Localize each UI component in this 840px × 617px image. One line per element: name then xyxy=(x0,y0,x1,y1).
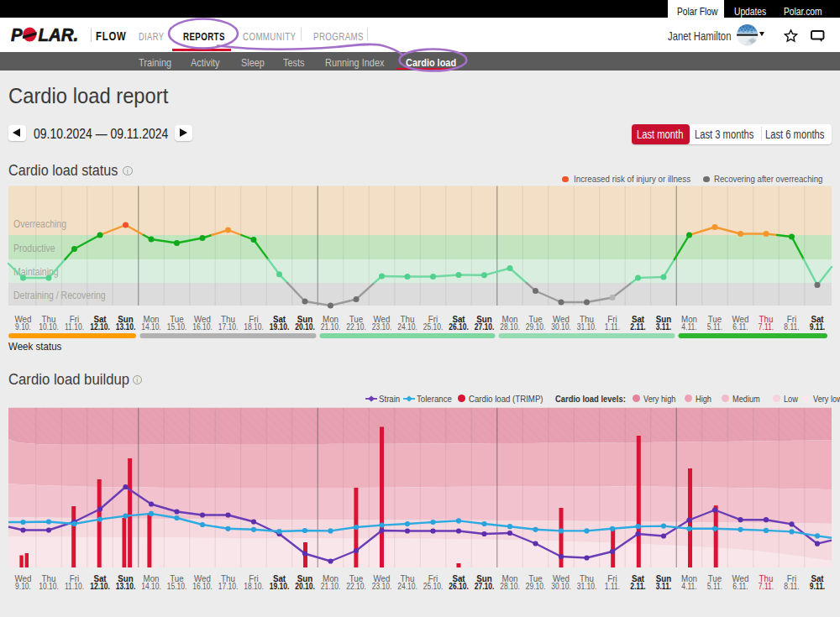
svg-text:10.10.: 10.10. xyxy=(39,322,59,332)
svg-text:7.11.: 7.11. xyxy=(759,581,774,592)
svg-text:22.10.: 22.10. xyxy=(346,581,366,592)
svg-text:7.11.: 7.11. xyxy=(759,322,774,332)
svg-text:15.10.: 15.10. xyxy=(167,322,187,332)
svg-text:1.11.: 1.11. xyxy=(605,581,620,592)
svg-text:21.10.: 21.10. xyxy=(321,322,341,332)
svg-text:30.10.: 30.10. xyxy=(551,322,571,332)
svg-text:14.10.: 14.10. xyxy=(141,581,161,592)
svg-text:12.10.: 12.10. xyxy=(90,322,110,332)
svg-text:18.10.: 18.10. xyxy=(244,581,264,592)
svg-text:29.10.: 29.10. xyxy=(526,322,546,332)
svg-text:6.11.: 6.11. xyxy=(732,322,748,332)
svg-text:Productive: Productive xyxy=(13,242,55,255)
svg-text:3.11.: 3.11. xyxy=(656,322,672,332)
svg-text:2.11.: 2.11. xyxy=(630,581,646,592)
svg-text:16.10.: 16.10. xyxy=(192,322,213,332)
svg-text:Overreaching: Overreaching xyxy=(13,217,66,231)
svg-text:27.10.: 27.10. xyxy=(475,322,495,332)
svg-text:28.10.: 28.10. xyxy=(500,581,520,592)
svg-text:9.11.: 9.11. xyxy=(810,322,826,332)
svg-text:18.10.: 18.10. xyxy=(244,322,264,332)
svg-text:28.10.: 28.10. xyxy=(500,322,520,332)
svg-text:11.10.: 11.10. xyxy=(65,322,84,332)
svg-text:9.11.: 9.11. xyxy=(810,581,826,592)
svg-text:22.10.: 22.10. xyxy=(346,322,366,332)
svg-text:5.11.: 5.11. xyxy=(707,581,722,592)
svg-text:11.10.: 11.10. xyxy=(65,581,84,592)
svg-text:20.10.: 20.10. xyxy=(295,581,315,592)
svg-text:14.10.: 14.10. xyxy=(141,322,161,332)
svg-text:9.10.: 9.10. xyxy=(15,322,31,332)
svg-text:19.10.: 19.10. xyxy=(270,322,290,332)
svg-text:6.11.: 6.11. xyxy=(732,581,748,592)
svg-text:24.10.: 24.10. xyxy=(397,581,417,592)
svg-text:Week status: Week status xyxy=(8,340,61,352)
svg-text:29.10.: 29.10. xyxy=(526,581,546,592)
svg-text:4.11.: 4.11. xyxy=(681,322,696,332)
svg-text:31.10.: 31.10. xyxy=(577,581,597,592)
svg-text:12.10.: 12.10. xyxy=(90,581,110,592)
svg-text:25.10.: 25.10. xyxy=(423,322,444,332)
svg-text:21.10.: 21.10. xyxy=(321,581,341,592)
svg-text:16.10.: 16.10. xyxy=(192,581,213,592)
svg-text:24.10.: 24.10. xyxy=(397,322,417,332)
svg-text:2.11.: 2.11. xyxy=(630,322,646,332)
svg-text:10.10.: 10.10. xyxy=(39,581,59,592)
svg-text:5.11.: 5.11. xyxy=(707,322,722,332)
svg-text:20.10.: 20.10. xyxy=(295,322,315,332)
svg-text:23.10.: 23.10. xyxy=(372,322,392,332)
svg-text:4.11.: 4.11. xyxy=(681,581,696,592)
svg-text:17.10.: 17.10. xyxy=(218,581,239,592)
svg-text:13.10.: 13.10. xyxy=(116,581,136,592)
svg-text:15.10.: 15.10. xyxy=(167,581,187,592)
svg-text:3.11.: 3.11. xyxy=(656,581,672,592)
svg-text:1.11.: 1.11. xyxy=(605,322,620,332)
svg-text:9.10.: 9.10. xyxy=(15,581,31,592)
svg-text:23.10.: 23.10. xyxy=(372,581,392,592)
svg-text:17.10.: 17.10. xyxy=(218,322,239,332)
svg-text:Detraining / Recovering: Detraining / Recovering xyxy=(13,289,106,302)
svg-text:30.10.: 30.10. xyxy=(551,581,571,592)
svg-text:26.10.: 26.10. xyxy=(449,322,469,332)
svg-text:8.11.: 8.11. xyxy=(784,581,799,592)
svg-text:8.11.: 8.11. xyxy=(784,322,799,332)
svg-text:27.10.: 27.10. xyxy=(475,581,495,592)
svg-text:31.10.: 31.10. xyxy=(577,322,597,332)
svg-text:26.10.: 26.10. xyxy=(449,581,469,592)
svg-text:13.10.: 13.10. xyxy=(116,322,136,332)
svg-text:25.10.: 25.10. xyxy=(423,581,444,592)
svg-text:19.10.: 19.10. xyxy=(270,581,290,592)
